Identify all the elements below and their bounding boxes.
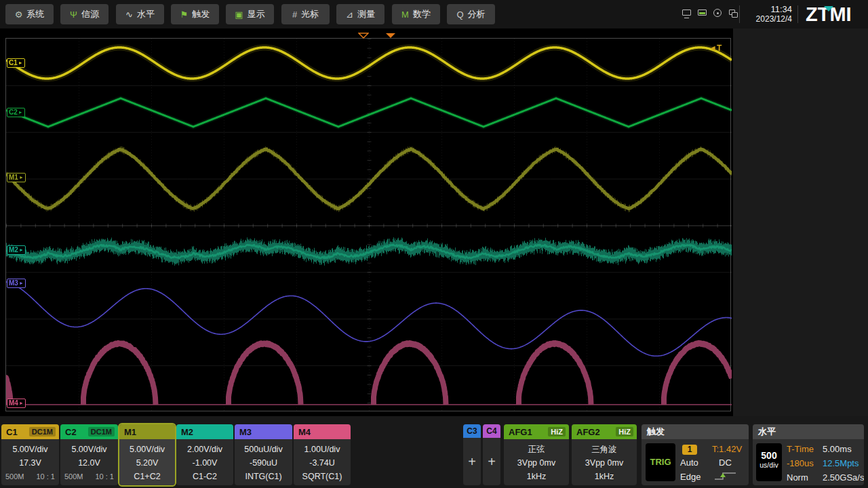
afg1-box[interactable]: AFG1 HiZ 正弦 3Vpp 0mv 1kHz <box>504 424 569 485</box>
trig-status-button[interactable]: TRIG <box>646 443 675 481</box>
clock: 11:34 2023/12/4 <box>746 4 792 24</box>
trigger-level[interactable]: T:1.42V <box>712 444 742 454</box>
trigger-mode[interactable]: Auto <box>680 458 698 468</box>
afg-amplitude: 3Vpp 0mv <box>572 456 637 470</box>
math-expression: C1-C2 <box>176 470 233 483</box>
acquisition-mode[interactable]: Norm <box>787 472 808 483</box>
channel-marker-c2[interactable]: C2 <box>7 108 25 117</box>
volts-per-div: 5.00V/div <box>1 443 59 456</box>
math-box-m3[interactable]: M3 500uU/div -590uU INTG(C1) <box>235 424 292 485</box>
impedance-badge: HiZ <box>548 427 566 436</box>
trigger-position-marker-solid[interactable] <box>385 33 396 39</box>
channel-marker-m3[interactable]: M3 <box>7 279 26 288</box>
display-icon[interactable] <box>682 9 692 18</box>
trigger-source-badge[interactable]: 1 <box>682 445 697 455</box>
volts-per-div: 5.00V/div <box>119 443 175 456</box>
channel-box-c2[interactable]: C2 DC1M 5.00V/div 12.0V 500M10 : 1 <box>60 424 118 485</box>
timebase-value: 500 <box>756 450 782 461</box>
horizontal-panel-title: 水平 <box>753 424 864 439</box>
math-expression: C1+C2 <box>119 470 175 483</box>
menu-cursor-button[interactable]: #光标 <box>281 4 330 24</box>
channel-id: M3 <box>239 427 252 437</box>
top-menu-bar: ⚙系统 Ψ信源 ∿水平 ⚑触发 ▣显示 #光标 ⊿测量 M数学 Q分析 11:3… <box>0 0 868 28</box>
afg-frequency: 1kHz <box>504 470 569 483</box>
math-icon: M <box>401 9 409 20</box>
impedance-badge: HiZ <box>616 427 633 436</box>
bandwidth: 500M <box>5 470 24 483</box>
add-channel-c3-button[interactable]: C3 + <box>463 424 481 485</box>
divider <box>797 5 798 23</box>
volts-per-div: 2.00V/div <box>176 443 233 456</box>
menu-source-button[interactable]: Ψ信源 <box>60 4 108 24</box>
volts-per-div: 1.00U/div <box>294 443 351 456</box>
timebase-button[interactable]: 500 us/div <box>756 443 782 481</box>
network-icon[interactable] <box>713 9 724 18</box>
menu-analysis-button[interactable]: Q分析 <box>447 4 495 24</box>
afg2-box[interactable]: AFG2 HiZ 三角波 3Vpp 0mv 1kHz <box>572 424 637 485</box>
math-expression: INTG(C1) <box>235 470 292 483</box>
monitor-icon: ▣ <box>235 9 243 20</box>
horizontal-panel[interactable]: 水平 500 us/div T-Time 5.00ms -180us 12.5M… <box>753 424 864 485</box>
channel-marker-m2[interactable]: M2 <box>7 245 26 255</box>
trigger-type[interactable]: Edge <box>680 472 701 482</box>
channel-marker-m4[interactable]: M4 <box>7 399 26 408</box>
offset-value: -1.00V <box>176 456 233 470</box>
side-panel <box>733 28 868 418</box>
volts-per-div: 500uU/div <box>235 443 292 456</box>
channel-id: M4 <box>298 427 311 437</box>
waveform-canvas[interactable] <box>6 39 732 412</box>
channel-marker-c1[interactable]: C1 <box>7 58 25 68</box>
coupling-badge: DC1M <box>88 427 115 436</box>
oscilloscope-screen: ⚙系统 Ψ信源 ∿水平 ⚑触发 ▣显示 #光标 ⊿测量 M数学 Q分析 11:3… <box>0 0 868 488</box>
channel-id: C1 <box>6 427 18 437</box>
add-channel-c4-button[interactable]: C4 + <box>483 424 500 485</box>
channel-marker-m1[interactable]: M1 <box>7 173 26 182</box>
brand-logo: ZTMI <box>806 2 864 26</box>
channel-box-c1[interactable]: C1 DC1M 5.00V/div 17.3V 500M10 : 1 <box>1 424 59 485</box>
math-box-m2[interactable]: M2 2.00V/div -1.00V C1-C2 <box>176 424 233 485</box>
time-text: 11:34 <box>746 4 792 14</box>
touch-icon[interactable] <box>728 9 739 18</box>
waveform-display[interactable]: C1 C2 M1 M2 M3 M4 ◄T <box>5 38 731 411</box>
menu-system-button[interactable]: ⚙系统 <box>5 4 54 24</box>
status-icon-tray <box>682 9 739 21</box>
trigger-coupling[interactable]: DC <box>719 458 732 468</box>
channel-id: M1 <box>124 427 136 437</box>
menu-trigger-button[interactable]: ⚑触发 <box>171 4 219 24</box>
coupling-badge: DC1M <box>29 427 56 436</box>
plus-icon: + <box>483 438 500 485</box>
cursor-grid-icon: # <box>292 9 297 20</box>
wave-icon: ∿ <box>125 9 133 20</box>
probe-ratio: 10 : 1 <box>36 470 55 483</box>
t-time-value: 5.00ms <box>823 444 852 454</box>
menu-math-button[interactable]: M数学 <box>392 4 440 24</box>
gear-icon: ⚙ <box>15 9 23 20</box>
trigger-panel-title: 触发 <box>642 424 749 439</box>
channel-id: C2 <box>65 427 77 437</box>
delay-value[interactable]: -180us <box>787 458 814 468</box>
offset-value: 12.0V <box>60 456 118 470</box>
trigger-panel[interactable]: 触发 TRIG 1 Auto Edge T:1.42V DC <box>642 424 749 485</box>
probe-ratio: 10 : 1 <box>95 470 114 483</box>
offset-value: -590uU <box>235 456 292 470</box>
trigger-position-marker-hollow[interactable] <box>358 33 369 39</box>
channel-id: M2 <box>181 427 193 437</box>
timebase-unit: us/div <box>756 461 782 469</box>
date-text: 2023/12/4 <box>746 14 792 24</box>
divider <box>739 5 740 23</box>
triangle-ruler-icon: ⊿ <box>346 9 353 20</box>
menu-measure-button[interactable]: ⊿测量 <box>336 4 384 24</box>
math-box-m4[interactable]: M4 1.00U/div -3.74U SQRT(C1) <box>294 424 351 485</box>
sample-rate: 2.50GSa/s <box>823 472 864 483</box>
trigger-level-offscreen-indicator[interactable]: ◄T <box>709 43 722 53</box>
storage-icon[interactable] <box>697 9 708 18</box>
math-box-m1[interactable]: M1 5.00V/div 5.20V C1+C2 <box>119 424 175 485</box>
afg-waveform-type: 正弦 <box>504 443 569 456</box>
menu-display-button[interactable]: ▣显示 <box>226 4 274 24</box>
magnifier-icon: Q <box>456 9 463 20</box>
logo-accent-triangle <box>824 6 833 12</box>
plus-icon: + <box>463 438 481 485</box>
flag-icon: ⚑ <box>180 9 189 20</box>
menu-horizontal-button[interactable]: ∿水平 <box>116 4 164 24</box>
memory-depth: 12.5Mpts <box>823 458 859 468</box>
